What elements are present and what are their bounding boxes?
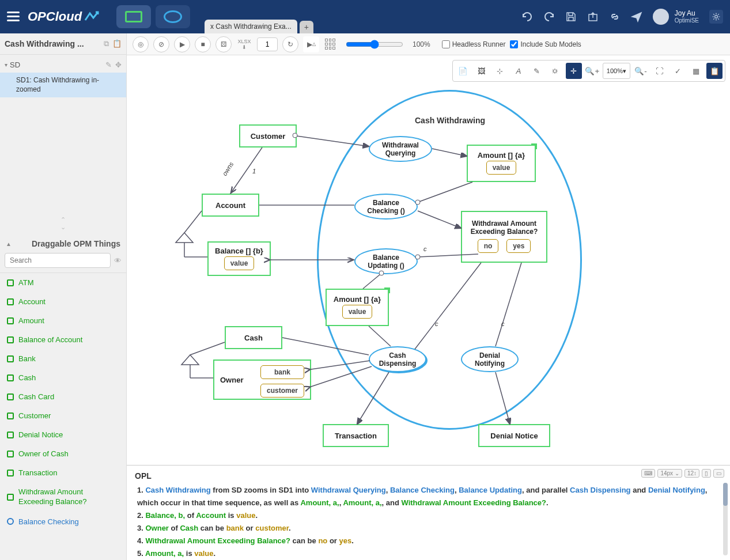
balance-object[interactable]: Balance [] {b} value [207, 241, 271, 276]
content-area: ◎ ⊘ ▶ ■ ⚄ XLSX⬇ ↻ ▶△ 100% Headless Runne… [127, 33, 730, 560]
undo-icon[interactable] [521, 11, 533, 22]
diagram-title: Cash Withdrawing [415, 116, 485, 125]
copy-icon[interactable]: ⧉ [104, 39, 109, 48]
owner-object[interactable]: Owner bank customer [213, 360, 311, 400]
avatar [653, 9, 669, 25]
link-icon[interactable] [609, 11, 621, 22]
svg-point-1 [715, 16, 718, 18]
thing-atm[interactable]: ATM [0, 273, 126, 292]
balance-value-state[interactable]: value [224, 256, 255, 270]
opl-line-4: 4. Withdrawal Amount Exceeding Balance? … [135, 535, 722, 547]
thing-cash[interactable]: Cash [0, 368, 126, 387]
opl-title: OPL [135, 471, 722, 480]
opm-diagram: Cash Withdrawing Customer Account Balanc… [127, 55, 730, 465]
grid-icon[interactable] [324, 37, 336, 51]
amount1-value-state[interactable]: value [486, 161, 517, 175]
thing-customer[interactable]: Customer [0, 406, 126, 425]
opl-line-5: 5. Amount, a, is value. [135, 547, 722, 560]
settings-button[interactable] [709, 10, 723, 24]
thing-balance-checking[interactable]: Balance Checking [0, 512, 126, 531]
thing-account[interactable]: Account [0, 292, 126, 311]
redo-icon[interactable] [543, 11, 555, 22]
things-list: ATM Account Amount Balance of Account Ba… [0, 273, 126, 560]
opl-keyboard-icon[interactable]: ⌨ [641, 469, 655, 478]
svg-text:owns: owns [221, 160, 235, 177]
opl-line-3: 3. Owner of Cash can be bank or customer… [135, 522, 722, 535]
user-menu[interactable]: Joy Au OptimiSE [653, 9, 699, 25]
withdrawal-querying-process[interactable]: Withdrawal Querying [369, 136, 432, 162]
model-tab[interactable]: x Cash Withdrawing Exa... [205, 20, 297, 33]
app-logo[interactable]: OPCloud [28, 9, 99, 24]
thing-denial-notice[interactable]: Denial Notice [0, 425, 126, 444]
move-icon[interactable]: ✥ [115, 60, 122, 69]
svg-line-26 [190, 342, 225, 355]
edit-icon[interactable]: ✎ [105, 60, 112, 69]
opl-panel: ⌨ 14px ⌄ 12↕ ▯ ▭ OPL 1. Cash Withdrawing… [127, 465, 730, 560]
tree-child-sd1[interactable]: SD1: Cash Withdrawing in-zoomed [0, 73, 126, 97]
visibility-icon[interactable]: 👁 [114, 256, 122, 265]
dice-icon[interactable]: ⚄ [215, 36, 232, 52]
owner-bank-state[interactable]: bank [260, 365, 304, 379]
target-icon[interactable]: ◎ [133, 36, 149, 52]
account-object[interactable]: Account [202, 194, 259, 217]
opl-fontsize-select[interactable]: 14px ⌄ [657, 469, 682, 478]
amount2-value-state[interactable]: value [342, 305, 373, 319]
svg-line-7 [184, 211, 202, 233]
opl-layout1-icon[interactable]: ▯ [702, 469, 711, 478]
exceed-object[interactable]: Withdrawal Amount Exceeding Balance? no … [461, 211, 547, 263]
user-name: Joy Au [675, 9, 699, 17]
sim-toolbar: ◎ ⊘ ▶ ■ ⚄ XLSX⬇ ↻ ▶△ 100% Headless Runne… [127, 33, 730, 55]
denial-notice-object[interactable]: Denial Notice [478, 424, 550, 447]
process-shape-button[interactable] [156, 5, 190, 28]
zoom-label: 100% [413, 40, 430, 48]
thing-bank[interactable]: Bank [0, 349, 126, 368]
canvas[interactable]: 📄 🖼 ⊹ A ✎ ⛭ ✛ 🔍+ 100% ▾ 🔍- ⛶ ✓ ▦ 📋 Cash … [127, 55, 730, 465]
thing-balance-of-account[interactable]: Balance of Account [0, 330, 126, 349]
fast-forward-icon[interactable]: ▶△ [303, 36, 319, 52]
cash-dispensing-process[interactable]: Cash Dispensing [369, 346, 426, 372]
zoom-slider[interactable] [346, 40, 403, 49]
thing-owner-of-cash[interactable]: Owner of Cash [0, 444, 126, 463]
thing-cash-card[interactable]: Cash Card [0, 387, 126, 406]
owner-customer-state[interactable]: customer [260, 384, 304, 398]
splitter[interactable]: ⌃⌄ [0, 215, 126, 232]
top-bar: OPCloud x Cash Withdrawing Exa... + Joy … [0, 0, 730, 33]
customer-object[interactable]: Customer [239, 124, 297, 147]
svg-text:1: 1 [252, 168, 256, 175]
cash-object[interactable]: Cash [225, 326, 282, 349]
balance-updating-process[interactable]: Balance Updating () [354, 248, 418, 274]
send-icon[interactable] [631, 11, 642, 22]
menu-icon[interactable] [7, 12, 20, 22]
export-icon[interactable] [587, 11, 599, 22]
tree-root-sd[interactable]: ▾SD ✎✥ [0, 57, 126, 73]
stop-button[interactable]: ■ [195, 36, 211, 52]
step-input[interactable] [257, 37, 278, 51]
refresh-icon[interactable]: ↻ [282, 36, 298, 52]
opl-num-icon[interactable]: 12↕ [684, 469, 699, 478]
amount1-object[interactable]: Amount [] {a} value [467, 145, 536, 182]
balance-checking-process[interactable]: Balance Checking () [354, 194, 418, 220]
headless-checkbox[interactable]: Headless Runner [442, 40, 506, 48]
play-button[interactable]: ▶ [174, 36, 190, 52]
sidebar: Cash Withdrawing ... ⧉ 📋 ▾SD ✎✥ SD1: Cas… [0, 33, 127, 560]
exceed-yes-state[interactable]: yes [506, 239, 531, 253]
save-icon[interactable] [565, 11, 577, 22]
user-org: OptimiSE [675, 17, 699, 24]
exceed-no-state[interactable]: no [478, 239, 499, 253]
amount2-object[interactable]: Amount [] {a} value [326, 289, 389, 326]
include-submodels-checkbox[interactable]: Include Sub Models [510, 40, 581, 48]
search-input[interactable] [5, 253, 111, 268]
svg-line-4 [230, 147, 262, 194]
thing-withdrawal-exceeding[interactable]: Withdrawal Amount Exceeding Balance? [0, 482, 126, 512]
object-shape-button[interactable] [116, 5, 151, 28]
gauge-icon[interactable]: ⊘ [153, 36, 169, 52]
opl-layout2-icon[interactable]: ▭ [713, 469, 724, 478]
add-tab-button[interactable]: + [300, 21, 313, 33]
transaction-object[interactable]: Transaction [323, 424, 389, 447]
opl-line-1: 1. Cash Withdrawing from SD zooms in SD1… [135, 484, 722, 509]
xlsx-export-button[interactable]: XLSX⬇ [236, 39, 252, 50]
thing-transaction[interactable]: Transaction [0, 463, 126, 482]
denial-notifying-process[interactable]: Denial Notifying [461, 346, 519, 372]
thing-amount[interactable]: Amount [0, 311, 126, 330]
paste-icon[interactable]: 📋 [112, 39, 122, 48]
